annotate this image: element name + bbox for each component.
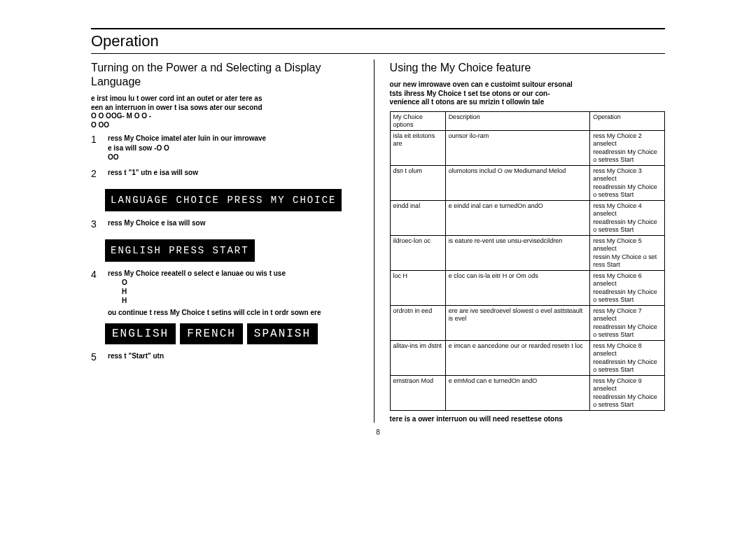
step-1: 1 ress My Choice imatel ater luin in our…: [91, 134, 367, 162]
table-row: emstraon Mod e emMod can e turnedOn andO…: [390, 376, 664, 411]
step-5: 5 ress t "Start" utn: [91, 351, 367, 363]
left-heading: Turning on the Power a nd Selecting a Di…: [91, 61, 367, 89]
rule-top: [91, 28, 665, 29]
table-row: ordrotn in eed ere are ive seedroevel sl…: [390, 306, 664, 341]
right-intro: our new imrowave oven can e custoimt sui…: [390, 80, 665, 107]
table-row: dsn t olum olumotons includ O ow Mediuma…: [390, 166, 664, 201]
page-title: Operation: [91, 32, 665, 50]
table-row: loc H e cloc can is-la eitr H or Om ods …: [390, 271, 664, 306]
mychoice-table: My Choice options Description Operation …: [390, 111, 665, 412]
table-row: ildroec-lon oc is eature re-vent use uns…: [390, 236, 664, 271]
step-2: 2 ress t "1" utn e isa will sow: [91, 168, 367, 179]
display-language-options: ENGLISH FRENCH SPANISH: [105, 323, 367, 344]
table-row: alitav-ins im dstnt e imcan e aancedone …: [390, 341, 664, 376]
col-options: My Choice options: [390, 111, 445, 131]
step-4: 4 ress My Choice reeatell o select e lan…: [91, 269, 367, 318]
page-number: 8: [91, 428, 665, 436]
display-english: ENGLISH: [105, 323, 176, 344]
left-column: Turning on the Power a nd Selecting a Di…: [91, 59, 374, 423]
display-language-choice: LANGUAGE CHOICE PRESS MY CHOICE: [105, 189, 342, 211]
display-french: FRENCH: [180, 323, 243, 344]
right-heading: Using the My Choice feature: [390, 61, 665, 75]
right-column: Using the My Choice feature our new imro…: [386, 59, 665, 423]
columns: Turning on the Power a nd Selecting a Di…: [91, 59, 665, 423]
step-3: 3 ress My Choice e isa will sow: [91, 218, 367, 230]
table-row: eindd inal e eindd inal can e turnedOn a…: [390, 201, 664, 236]
display-spanish: SPANISH: [247, 323, 318, 344]
rule-under-title: [91, 53, 665, 54]
display-english-start: ENGLISH PRESS START: [105, 239, 255, 262]
left-intro: e irst imou lu t ower cord int an outet …: [91, 94, 367, 129]
footnote: tere is a ower interruon ou will need re…: [390, 415, 665, 423]
col-operation: Operation: [590, 111, 665, 131]
col-description: Description: [445, 111, 590, 131]
table-row: isla eit eitotons are ounsor ilo-ram res…: [390, 131, 664, 166]
